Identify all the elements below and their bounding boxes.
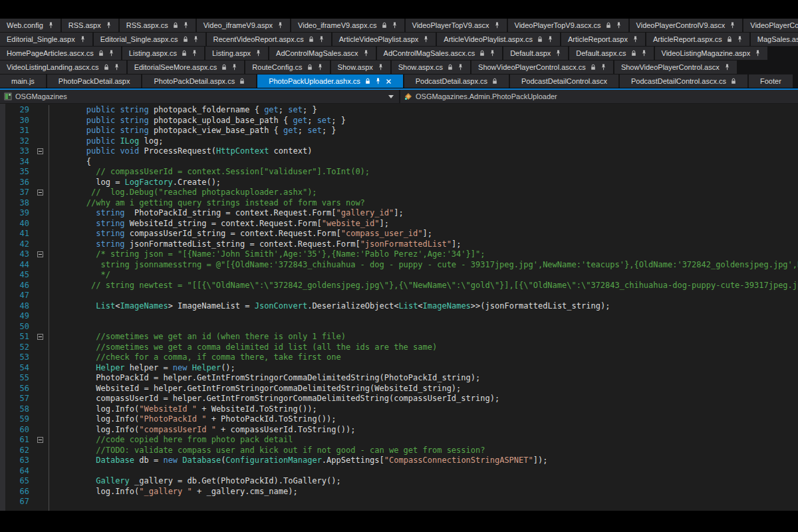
pin-icon[interactable] (317, 64, 323, 70)
pin-icon[interactable] (737, 36, 743, 43)
tab-videoplayertopv9-ascx[interactable]: VideoPlayerTopV9.ascx (406, 19, 507, 32)
tab-podcastdetailcontrol-ascx-cs[interactable]: PodcastDetailControl.ascx.cs (620, 74, 747, 88)
code-line[interactable]: 30 public string photopack_upload_base_p… (0, 116, 798, 126)
pin-icon[interactable] (632, 36, 638, 43)
tab-articlevideoplaylist-aspx-cs[interactable]: ArticleVideoPlaylist.aspx.cs (437, 33, 560, 46)
tab-adcontrolmagsales-ascx-cs[interactable]: AdControlMagSales.ascx.cs (377, 47, 503, 60)
code-line[interactable]: 67 (0, 497, 798, 507)
tab-editorialseemore-aspx-cs[interactable]: EditorialSeeMore.aspx.cs (128, 61, 245, 74)
pin-icon[interactable] (730, 22, 735, 29)
pin-icon[interactable] (192, 50, 198, 57)
tab-videoplayercontrolv9-ascx-cs[interactable]: VideoPlayerControlV9.ascx.cs (743, 19, 798, 32)
code-line[interactable]: 45 */ (0, 270, 798, 281)
tab-podcastdetail-aspx-cs[interactable]: PodcastDetail.aspx.cs (404, 74, 509, 88)
pin-icon[interactable] (755, 50, 761, 57)
code-line[interactable]: 34 { (0, 157, 798, 168)
tab-video-iframev9-aspx[interactable]: Video_iframeV9.aspx (197, 19, 290, 32)
pin-icon[interactable] (616, 22, 622, 29)
tab-editorial-single-aspx[interactable]: Editorial_Single.aspx (0, 33, 92, 46)
pin-icon[interactable] (724, 64, 730, 70)
chevron-down-icon[interactable] (388, 95, 394, 98)
pin-icon[interactable] (255, 50, 261, 57)
code-line[interactable]: 44 string jsonnamesstrng = @"[{OldName:'… (0, 260, 798, 271)
code-line[interactable]: 65 Gallery _gallery = db.Get(PhotoPackId… (0, 476, 798, 487)
collapse-region-icon[interactable] (37, 148, 43, 154)
tab-videoplayercontrolv9-ascx[interactable]: VideoPlayerControlV9.ascx (630, 19, 743, 32)
pin-icon[interactable] (423, 36, 429, 43)
type-dropdown[interactable]: OSGMagazines.Admin.PhotoPackUploader (400, 90, 798, 103)
code-line[interactable]: 36 log = LogFactory.Create(); (0, 178, 798, 188)
tab-videolistingmagazine-aspx[interactable]: VideoListingMagazine.aspx (655, 47, 768, 60)
tab-web-config[interactable]: Web.config (0, 19, 61, 32)
tab-photopackdetail-aspx-cs[interactable]: PhotoPackDetail.aspx.cs (142, 74, 256, 88)
code-line[interactable]: 35 // compassUserId = context.Session["v… (0, 167, 798, 178)
pin-icon[interactable] (231, 64, 237, 70)
code-line[interactable]: 41 string compassUserId_string = context… (0, 229, 798, 239)
pin-icon[interactable] (193, 36, 199, 43)
tab-showvideoplayercontrol-ascx[interactable]: ShowVideoPlayerControl.ascx (614, 61, 737, 74)
tab-articlereport-aspx[interactable]: ArticleReport.aspx (561, 33, 645, 46)
pin-icon[interactable] (80, 36, 86, 43)
code-line[interactable]: 32 public ILog log; (0, 136, 798, 147)
pin-icon[interactable] (375, 78, 381, 84)
collapse-region-icon[interactable] (37, 251, 43, 257)
tab-listing-aspx[interactable]: Listing.aspx (205, 47, 268, 60)
collapse-region-icon[interactable] (37, 437, 43, 443)
pin-icon[interactable] (48, 22, 54, 29)
code-line[interactable]: 62 //TODO: validate compass user and kic… (0, 446, 798, 456)
code-editor[interactable]: 29 public string photopack_foldername { … (0, 104, 798, 511)
code-line[interactable]: 49 (0, 311, 798, 322)
tab-default-aspx-cs[interactable]: Default.aspx.cs (569, 47, 653, 60)
pin-icon[interactable] (108, 50, 114, 57)
code-line[interactable]: 61 //code copied here from photo pack de… (0, 435, 798, 446)
pin-icon[interactable] (458, 64, 464, 70)
pin-icon[interactable] (363, 50, 369, 57)
pin-icon[interactable] (600, 64, 606, 70)
code-line[interactable]: 43 /* string json = "[{Name:'John Simith… (0, 249, 798, 260)
code-line[interactable]: 59 log.Info("PhotoPackId " + PhotoPackId… (0, 414, 798, 425)
code-line[interactable]: 37 // log.Debug("reached photpackuploade… (0, 188, 798, 198)
tab-videoplayertopv9-ascx-cs[interactable]: VideoPlayerTopV9.ascx.cs (508, 19, 628, 32)
tab-editorial-single-aspx-cs[interactable]: Editorial_Single.aspx.cs (94, 33, 205, 46)
tab-articlevideoplaylist-aspx[interactable]: ArticleVideoPlaylist.aspx (332, 33, 436, 46)
code-line[interactable]: 42 string jsonFormattedList_string = con… (0, 239, 798, 250)
tab-videolistinglanding-ascx-cs[interactable]: VideoListingLanding.ascx.cs (0, 61, 126, 74)
tab-footer[interactable]: Footer (749, 74, 793, 88)
code-line[interactable]: 31 public string photopack_view_base_pat… (0, 126, 798, 136)
tab-show-aspx[interactable]: Show.aspx (331, 61, 390, 74)
code-line[interactable]: 38 //why am i getting query strings inst… (0, 198, 798, 209)
code-line[interactable]: 50 (0, 322, 798, 332)
pin-icon[interactable] (378, 64, 384, 70)
code-line[interactable]: 46 // string newtest = "[[{\"OldName\":\… (0, 281, 798, 291)
code-line[interactable]: 29 public string photopack_foldername { … (0, 105, 798, 116)
tab-articlereport-aspx-cs[interactable]: ArticleReport.aspx.cs (646, 33, 749, 46)
pin-icon[interactable] (277, 22, 283, 29)
tab-main-js[interactable]: main.js (0, 74, 46, 88)
pin-icon[interactable] (106, 22, 112, 29)
collapse-region-icon[interactable] (37, 334, 43, 340)
code-line[interactable]: 63 Database db = new Database(Configurat… (0, 456, 798, 466)
code-line[interactable]: 47 (0, 291, 798, 301)
close-icon[interactable] (386, 78, 392, 84)
pin-icon[interactable] (489, 50, 495, 57)
project-dropdown[interactable]: OSGMagazines (0, 90, 400, 103)
collapse-region-icon[interactable] (37, 190, 43, 196)
tab-photopackuploader-ashx-cs[interactable]: PhotoPackUploader.ashx.cs (257, 74, 403, 88)
tab-routeconfig-cs[interactable]: RouteConfig.cs (245, 61, 329, 74)
pin-icon[interactable] (547, 36, 553, 43)
pin-icon[interactable] (183, 22, 189, 29)
tab-video-iframev9-aspx-cs[interactable]: Video_iframeV9.aspx.cs (291, 19, 404, 32)
code-line[interactable]: 57 compassUserId = helper.GetIntFromStri… (0, 394, 798, 404)
pin-icon[interactable] (641, 50, 647, 57)
tab-listing-aspx-cs[interactable]: Listing.aspx.cs (122, 47, 204, 60)
tab-adcontrolmagsales-ascx[interactable]: AdControlMagSales.ascx (269, 47, 376, 60)
code-line[interactable]: 51 //sometimes we get an id (when there … (0, 332, 798, 342)
code-line[interactable]: 56 WebsiteId = helper.GetIntFromStringor… (0, 384, 798, 394)
pin-icon[interactable] (392, 22, 398, 29)
tab-show-aspx-cs[interactable]: Show.aspx.cs (392, 61, 470, 74)
tab-homepagearticles-ascx-cs[interactable]: HomePageArticles.ascx.cs (0, 47, 121, 60)
tab-default-aspx[interactable]: Default.aspx (503, 47, 568, 60)
tab-rss-aspx[interactable]: RSS.aspx (62, 19, 118, 32)
tab-magsales-aspx[interactable]: MagSales.aspx (751, 33, 798, 46)
code-line[interactable]: 40 string WebsiteId_string = context.Req… (0, 219, 798, 229)
